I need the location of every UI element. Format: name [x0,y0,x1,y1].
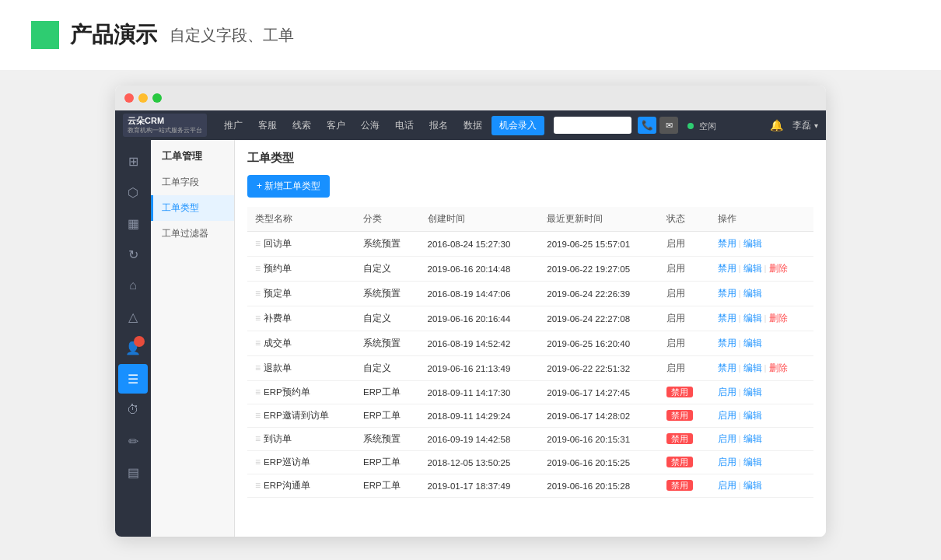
nav-item-jiyilu[interactable]: 机会录入 [491,116,544,135]
cell-actions: 启用|编辑 [710,381,813,404]
action-编辑[interactable]: 编辑 [743,239,762,248]
col-updated: 最近更新时间 [539,207,659,232]
sidebar-icon-ticket[interactable]: ☰ [118,364,148,394]
cell-actions: 禁用|编辑|删除 [710,306,813,331]
cell-updated: 2019-06-16 20:15:25 [539,451,659,474]
sub-sidebar-item-filter[interactable]: 工单过滤器 [151,221,234,247]
notification-bell-icon[interactable]: 🔔 [770,119,783,131]
cell-name: ≡ERP巡访单 [247,451,355,474]
cell-name: ≡补费单 [247,306,355,331]
sidebar-icon-grid[interactable]: ⊞ [118,146,148,176]
sidebar-icon-chart[interactable]: ▦ [118,208,148,238]
sidebar-icon-folder[interactable]: ▤ [118,457,148,487]
action-编辑[interactable]: 编辑 [743,313,762,323]
cell-status: 启用 [659,232,709,257]
action-编辑[interactable]: 编辑 [743,411,762,420]
sidebar-badge [134,336,145,347]
cell-actions: 启用|编辑 [710,451,813,474]
browser-window: 云朵CRM 教育机构一站式服务云平台 推广 客服 线索 客户 公海 电话 报名 … [115,86,826,537]
col-category: 分类 [355,207,419,232]
status-dot [687,123,694,129]
cell-name: ≡退款单 [247,356,355,381]
action-编辑[interactable]: 编辑 [743,289,762,298]
status-badge: 禁用 [666,433,693,444]
cell-name: ≡ERP邀请到访单 [247,404,355,428]
drag-icon: ≡ [255,410,261,421]
cell-updated: 2019-06-17 14:27:45 [539,381,659,404]
action-启用[interactable]: 启用 [718,481,736,490]
cell-status: 禁用 [659,404,709,428]
cell-updated: 2019-06-25 16:20:40 [539,331,659,356]
sidebar-icon-clock[interactable]: ⏱ [118,395,148,425]
action-编辑[interactable]: 编辑 [743,481,762,490]
drag-icon: ≡ [255,433,261,444]
cell-actions: 禁用|编辑|删除 [710,257,813,282]
nav-item-tuiguang[interactable]: 推广 [218,116,249,135]
banner-subtitle: 自定义字段、工单 [170,25,294,46]
nav-item-gonghai[interactable]: 公海 [355,116,386,135]
logo-sub: 教育机构一站式服务云平台 [128,126,202,135]
cell-name: ≡回访单 [247,232,355,257]
cell-updated: 2019-06-24 22:27:08 [539,306,659,331]
action-禁用[interactable]: 禁用 [718,264,736,273]
cell-actions: 启用|编辑 [710,404,813,428]
content-area: 工单类型 + 新增工单类型 类型名称 分类 创建时间 最近更新时间 状态 操作 [235,140,826,537]
sidebar-icon-shield[interactable]: ⬡ [118,177,148,207]
action-禁用[interactable]: 禁用 [718,313,736,323]
cell-status: 禁用 [659,381,709,404]
nav-search-input[interactable] [554,117,631,134]
nav-item-baoming[interactable]: 报名 [423,116,454,135]
table-row: ≡成交单系统预置2016-08-19 14:52:422019-06-25 16… [247,331,813,356]
action-编辑[interactable]: 编辑 [743,387,762,397]
user-dropdown-arrow[interactable]: ▾ [814,121,818,130]
action-启用[interactable]: 启用 [718,434,736,443]
cell-status: 禁用 [659,428,709,451]
action-启用[interactable]: 启用 [718,387,736,397]
action-启用[interactable]: 启用 [718,411,736,420]
sub-sidebar-item-type[interactable]: 工单类型 [151,195,234,221]
cell-status: 启用 [659,306,709,331]
banner-title: 产品演示 [70,20,157,50]
nav-item-kefu[interactable]: 客服 [252,116,283,135]
cell-status: 启用 [659,257,709,282]
action-编辑[interactable]: 编辑 [743,363,762,373]
nav-item-xianshuo[interactable]: 线索 [286,116,317,135]
action-禁用[interactable]: 禁用 [718,363,736,373]
cell-category: ERP工单 [355,451,419,474]
cell-created: 2018-12-05 13:50:25 [420,451,540,474]
nav-item-dianhua[interactable]: 电话 [389,116,420,135]
sidebar-icon-user[interactable]: 👤 [118,333,148,362]
action-编辑[interactable]: 编辑 [743,457,762,467]
sidebar-icon-bell[interactable]: △ [118,302,148,331]
action-编辑[interactable]: 编辑 [743,434,762,443]
action-delete[interactable]: 删除 [769,363,788,373]
close-dot[interactable] [124,93,134,103]
minimize-dot[interactable] [138,93,148,103]
action-禁用[interactable]: 禁用 [718,289,736,298]
action-禁用[interactable]: 禁用 [718,338,736,348]
maximize-dot[interactable] [152,93,162,103]
action-编辑[interactable]: 编辑 [743,338,762,348]
status-badge: 禁用 [666,480,693,491]
logo-area: 云朵CRM 教育机构一站式服务云平台 [123,114,207,137]
sub-sidebar-item-field[interactable]: 工单字段 [151,170,234,195]
sidebar-icon-tag[interactable]: ✏ [118,426,148,456]
cell-created: 2019-06-16 20:14:48 [420,257,540,282]
col-name: 类型名称 [247,207,355,232]
add-ticket-type-button[interactable]: + 新增工单类型 [247,175,330,198]
sidebar-icon-home[interactable]: ⌂ [118,271,148,300]
action-启用[interactable]: 启用 [718,457,736,467]
message-icon[interactable]: ✉ [659,117,678,134]
main-layout: ⊞ ⬡ ▦ ↻ ⌂ △ 👤 ☰ ⏱ ✏ ▤ 工单管理 工单字段 工单类型 [115,140,826,537]
phone-icon[interactable]: 📞 [638,117,656,134]
nav-item-shuju[interactable]: 数据 [457,116,488,135]
action-delete[interactable]: 删除 [769,264,788,273]
sidebar: ⊞ ⬡ ▦ ↻ ⌂ △ 👤 ☰ ⏱ ✏ ▤ [115,140,151,537]
action-禁用[interactable]: 禁用 [718,239,736,248]
nav-item-kehu[interactable]: 客户 [320,116,352,135]
action-编辑[interactable]: 编辑 [743,264,762,273]
action-delete[interactable]: 删除 [769,313,788,323]
sidebar-icon-refresh[interactable]: ↻ [118,240,148,269]
cell-created: 2019-06-16 20:16:44 [420,306,540,331]
status-badge: 启用 [666,263,685,274]
